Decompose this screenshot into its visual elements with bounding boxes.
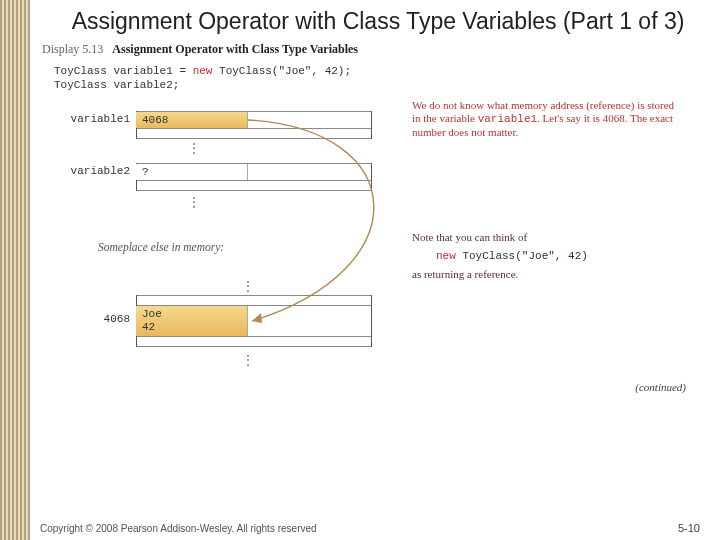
keyword-new: new [193,65,213,77]
ellipsis-icon: ⋮ [188,141,201,156]
obj-addr-label: 4068 [40,313,130,325]
var2-label: variable2 [40,165,130,177]
obj-field1: Joe [142,308,162,320]
var1-row: 4068 [136,111,372,129]
var1-value-cell: 4068 [136,112,248,128]
code-line1b: ToyClass("Joe", 42); [212,65,351,77]
display-label: Display 5.13 [42,42,103,56]
note2-kw: new [436,250,456,262]
display-header: Display 5.13 Assignment Operator with Cl… [42,42,716,57]
annotation-note2: Note that you can think of new ToyClass(… [412,231,672,282]
spacer-row-b [136,181,372,191]
note2-text-a: Note that you can think of [412,231,527,243]
note2-call: ToyClass("Joe", 42) [456,250,588,262]
slide-content: Assignment Operator with Class Type Vari… [30,0,720,540]
spacer-row-a [136,129,372,139]
note1-var: variable1 [478,113,537,125]
continued-label: (continued) [635,381,686,393]
note2-text-b: as returning a reference. [412,268,518,280]
memory-diagram: variable1 4068 ⋮ variable2 ? ⋮ Someplace… [40,99,716,439]
page-number: 5-10 [678,522,700,534]
ellipsis-icon: ⋮ [242,353,255,368]
var2-value-cell: ? [136,164,248,180]
code-line1a: ToyClass variable1 = [54,65,193,77]
obj-field2: 42 [142,321,155,333]
code-declarations: ToyClass variable1 = new ToyClass("Joe",… [54,65,716,93]
var2-row: ? [136,163,372,181]
display-caption: Assignment Operator with Class Type Vari… [112,42,358,56]
object-value-cell: Joe 42 [136,306,248,336]
spacer-row-c [136,295,372,305]
someplace-label: Someplace else in memory: [98,241,224,253]
annotation-note1: We do not know what memory address (refe… [412,99,682,140]
decorative-side-stripe [0,0,30,540]
copyright-footer: Copyright © 2008 Pearson Addison-Wesley.… [40,523,317,534]
spacer-row-d [136,337,372,347]
ellipsis-icon: ⋮ [188,195,201,210]
slide-title: Assignment Operator with Class Type Vari… [40,8,716,34]
ellipsis-icon: ⋮ [242,279,255,294]
object-row: Joe 42 [136,305,372,337]
code-line2: ToyClass variable2; [54,79,179,91]
var1-label: variable1 [40,113,130,125]
